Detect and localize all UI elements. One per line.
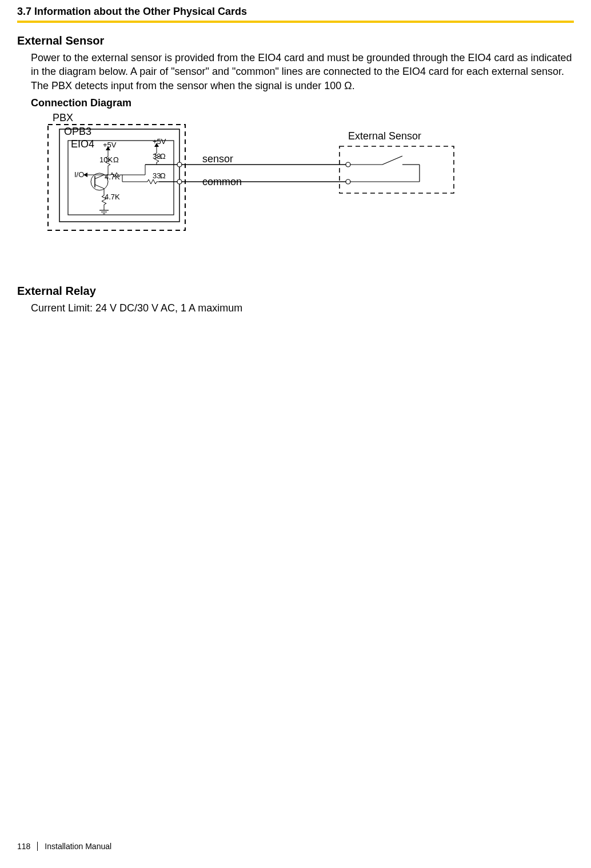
page-footer: 118 Installation Manual (17, 842, 111, 851)
external-sensor-title: External Sensor (17, 34, 574, 47)
external-relay-text: Current Limit: 24 V DC/30 V AC, 1 A maxi… (31, 301, 574, 315)
diagram-svg (31, 113, 488, 250)
svg-marker-4 (106, 146, 110, 150)
connection-diagram-title: Connection Diagram (31, 96, 574, 110)
svg-marker-7 (83, 173, 87, 177)
section-header: 3.7 Information about the Other Physical… (17, 6, 247, 18)
svg-point-29 (346, 162, 350, 167)
svg-rect-2 (68, 141, 174, 215)
header-underline (17, 21, 574, 23)
svg-point-27 (177, 162, 182, 167)
svg-line-36 (382, 156, 402, 165)
external-sensor-paragraph: Power to the external sensor is provided… (31, 51, 574, 93)
svg-point-31 (177, 179, 182, 184)
svg-line-11 (95, 175, 104, 179)
doc-name: Installation Manual (45, 842, 111, 851)
connection-diagram: PBX OPB3 EIO4 +5V +5V 10K Ω 33 Ω I/O 4.7… (31, 113, 488, 256)
external-relay-title: External Relay (17, 285, 574, 298)
svg-point-9 (91, 173, 108, 190)
svg-rect-34 (340, 146, 454, 193)
svg-marker-21 (154, 143, 159, 147)
svg-point-33 (346, 179, 350, 184)
svg-line-12 (95, 185, 104, 189)
page-number: 118 (17, 842, 38, 851)
